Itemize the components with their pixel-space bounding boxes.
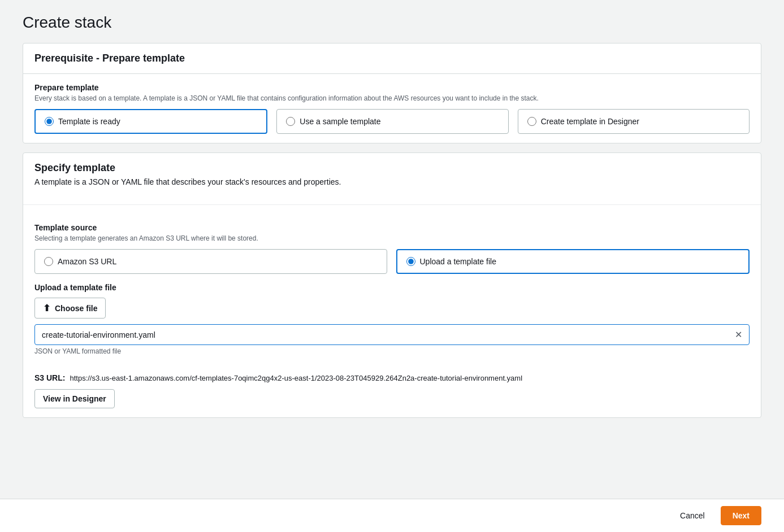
radio-designer-template-label[interactable]: Create template in Designer (541, 117, 639, 126)
next-button[interactable]: Next (721, 506, 761, 525)
template-source-description: Selecting a template generates an Amazon… (34, 234, 750, 242)
radio-sample-template-input[interactable] (286, 117, 295, 126)
page-wrapper: Create stack Prerequisite - Prepare temp… (0, 0, 784, 532)
specify-template-description: A template is a JSON or YAML file that d… (34, 177, 341, 186)
file-hint: JSON or YAML formatted file (34, 347, 750, 355)
radio-option-template-ready[interactable]: Template is ready (34, 109, 267, 134)
choose-file-label: Choose file (55, 304, 97, 313)
template-source-section: Template source Selecting a template gen… (23, 214, 761, 283)
prepare-template-label: Prepare template (34, 83, 750, 92)
prerequisite-heading: Prerequisite - Prepare template (34, 53, 750, 64)
clear-file-icon[interactable]: ✕ (735, 329, 742, 340)
radio-option-sample-template[interactable]: Use a sample template (276, 109, 508, 134)
prerequisite-card-header: Prerequisite - Prepare template (23, 43, 761, 74)
radio-option-designer-template[interactable]: Create template in Designer (518, 109, 750, 134)
s3-url-row: S3 URL: https://s3.us-east-1.amazonaws.c… (23, 373, 761, 382)
choose-file-button[interactable]: ⬆ Choose file (34, 298, 106, 319)
radio-upload-file-input[interactable] (406, 257, 415, 266)
footer-bar: Cancel Next (0, 499, 784, 532)
radio-option-upload-file[interactable]: Upload a template file (396, 249, 750, 274)
prepare-template-radio-group: Template is ready Use a sample template … (34, 109, 750, 134)
view-designer-container: View in Designer (23, 389, 761, 417)
specify-template-desc: A template is a JSON or YAML file that d… (23, 177, 761, 195)
s3-url-label: S3 URL: (34, 373, 65, 382)
divider-1 (23, 204, 761, 205)
prerequisite-card: Prerequisite - Prepare template Prepare … (23, 43, 761, 143)
radio-s3-url-input[interactable] (44, 257, 53, 266)
radio-template-ready-input[interactable] (45, 117, 54, 126)
template-source-radio-group: Amazon S3 URL Upload a template file (34, 249, 750, 274)
page-title: Create stack (23, 14, 761, 32)
cancel-button[interactable]: Cancel (671, 507, 714, 525)
view-in-designer-button[interactable]: View in Designer (34, 389, 115, 408)
radio-s3-url-label[interactable]: Amazon S3 URL (58, 257, 116, 266)
upload-section: Upload a template file ⬆ Choose file cre… (23, 283, 761, 373)
template-source-label: Template source (34, 223, 750, 232)
s3-url-value: https://s3.us-east-1.amazonaws.com/cf-te… (70, 374, 522, 382)
radio-option-s3-url[interactable]: Amazon S3 URL (34, 249, 387, 274)
specify-template-header: Specify template (23, 153, 761, 174)
file-input-row: create-tutorial-environment.yaml ✕ (34, 324, 750, 345)
radio-sample-template-label[interactable]: Use a sample template (300, 117, 380, 126)
radio-template-ready-label[interactable]: Template is ready (58, 117, 120, 126)
specify-template-heading: Specify template (34, 162, 750, 174)
prepare-template-description: Every stack is based on a template. A te… (34, 94, 750, 102)
radio-upload-file-label[interactable]: Upload a template file (420, 257, 496, 266)
upload-label: Upload a template file (34, 283, 750, 292)
radio-designer-template-input[interactable] (527, 117, 536, 126)
upload-icon: ⬆ (43, 303, 50, 313)
prerequisite-card-body: Prepare template Every stack is based on… (23, 74, 761, 143)
file-name-display: create-tutorial-environment.yaml (42, 330, 735, 339)
specify-template-card: Specify template A template is a JSON or… (23, 152, 761, 418)
